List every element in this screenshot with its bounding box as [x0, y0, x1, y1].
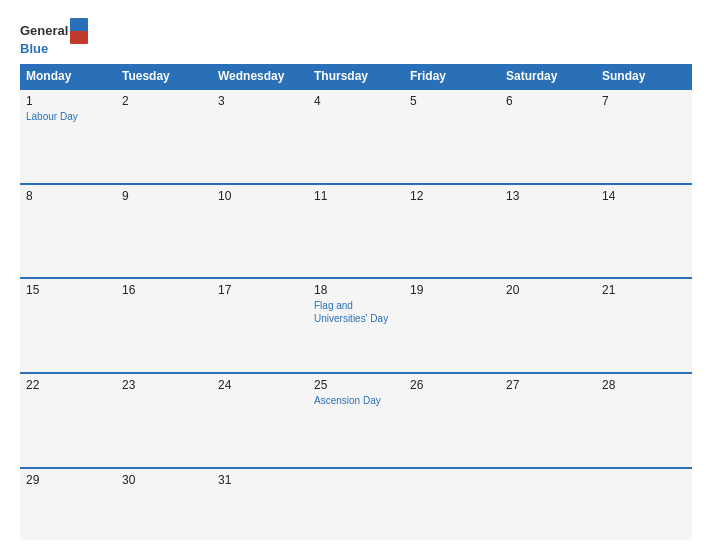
day-number: 20: [506, 283, 590, 297]
col-header-thursday: Thursday: [308, 64, 404, 89]
day-number: 19: [410, 283, 494, 297]
calendar-cell: 4: [308, 89, 404, 184]
day-number: 31: [218, 473, 302, 487]
header: General Blue: [20, 18, 692, 56]
day-number: 15: [26, 283, 110, 297]
calendar-page: General Blue MondayTuesdayWednesdayThurs…: [0, 0, 712, 550]
calendar-cell: [308, 468, 404, 540]
day-number: 24: [218, 378, 302, 392]
calendar-week-row: 1Labour Day234567: [20, 89, 692, 184]
day-number: 4: [314, 94, 398, 108]
day-number: 12: [410, 189, 494, 203]
col-header-monday: Monday: [20, 64, 116, 89]
calendar-cell: 14: [596, 184, 692, 279]
calendar-cell: 12: [404, 184, 500, 279]
col-header-friday: Friday: [404, 64, 500, 89]
calendar-cell: 8: [20, 184, 116, 279]
calendar-cell: 24: [212, 373, 308, 468]
calendar-cell: 23: [116, 373, 212, 468]
calendar-week-row: 15161718Flag and Universities' Day192021: [20, 278, 692, 373]
day-number: 16: [122, 283, 206, 297]
calendar-header-row: MondayTuesdayWednesdayThursdayFridaySatu…: [20, 64, 692, 89]
day-number: 7: [602, 94, 686, 108]
calendar-cell: 26: [404, 373, 500, 468]
day-number: 22: [26, 378, 110, 392]
day-number: 11: [314, 189, 398, 203]
calendar-cell: 22: [20, 373, 116, 468]
calendar-cell: 25Ascension Day: [308, 373, 404, 468]
logo-general-text: General: [20, 24, 68, 38]
calendar-cell: 19: [404, 278, 500, 373]
calendar-cell: 11: [308, 184, 404, 279]
day-number: 28: [602, 378, 686, 392]
day-number: 17: [218, 283, 302, 297]
calendar-cell: [500, 468, 596, 540]
calendar-cell: 7: [596, 89, 692, 184]
calendar-cell: 30: [116, 468, 212, 540]
calendar-cell: 10: [212, 184, 308, 279]
day-number: 3: [218, 94, 302, 108]
day-number: 14: [602, 189, 686, 203]
calendar-cell: [404, 468, 500, 540]
calendar-cell: 9: [116, 184, 212, 279]
calendar-cell: 31: [212, 468, 308, 540]
day-number: 30: [122, 473, 206, 487]
calendar-cell: 16: [116, 278, 212, 373]
col-header-tuesday: Tuesday: [116, 64, 212, 89]
day-number: 26: [410, 378, 494, 392]
calendar-cell: 21: [596, 278, 692, 373]
day-number: 5: [410, 94, 494, 108]
day-number: 2: [122, 94, 206, 108]
calendar-cell: 20: [500, 278, 596, 373]
calendar-table: MondayTuesdayWednesdayThursdayFridaySatu…: [20, 64, 692, 540]
calendar-cell: 17: [212, 278, 308, 373]
calendar-cell: 15: [20, 278, 116, 373]
calendar-week-row: 22232425Ascension Day262728: [20, 373, 692, 468]
day-number: 18: [314, 283, 398, 297]
calendar-cell: 13: [500, 184, 596, 279]
col-header-saturday: Saturday: [500, 64, 596, 89]
calendar-cell: 6: [500, 89, 596, 184]
day-number: 21: [602, 283, 686, 297]
col-header-sunday: Sunday: [596, 64, 692, 89]
day-number: 13: [506, 189, 590, 203]
day-event: Flag and Universities' Day: [314, 300, 388, 324]
day-number: 8: [26, 189, 110, 203]
calendar-cell: 5: [404, 89, 500, 184]
day-number: 1: [26, 94, 110, 108]
calendar-cell: 27: [500, 373, 596, 468]
day-number: 9: [122, 189, 206, 203]
day-number: 6: [506, 94, 590, 108]
day-number: 29: [26, 473, 110, 487]
calendar-cell: 1Labour Day: [20, 89, 116, 184]
calendar-cell: 29: [20, 468, 116, 540]
calendar-cell: 18Flag and Universities' Day: [308, 278, 404, 373]
logo-flag-icon: [70, 18, 88, 44]
logo: General Blue: [20, 18, 88, 56]
day-number: 10: [218, 189, 302, 203]
day-number: 25: [314, 378, 398, 392]
calendar-cell: [596, 468, 692, 540]
day-event: Ascension Day: [314, 395, 381, 406]
calendar-cell: 28: [596, 373, 692, 468]
day-number: 23: [122, 378, 206, 392]
calendar-week-row: 293031: [20, 468, 692, 540]
calendar-week-row: 891011121314: [20, 184, 692, 279]
logo-blue-text: Blue: [20, 42, 88, 56]
calendar-cell: 3: [212, 89, 308, 184]
day-event: Labour Day: [26, 111, 78, 122]
day-number: 27: [506, 378, 590, 392]
calendar-cell: 2: [116, 89, 212, 184]
col-header-wednesday: Wednesday: [212, 64, 308, 89]
